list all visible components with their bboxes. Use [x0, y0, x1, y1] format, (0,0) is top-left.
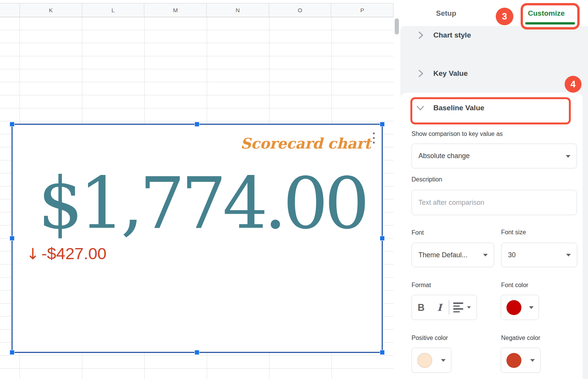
chart-resize-handle[interactable] — [10, 350, 15, 355]
chart-resize-handle[interactable] — [10, 122, 15, 127]
sheet-vertical-scrollbar[interactable] — [395, 18, 399, 34]
column-header-partial[interactable] — [0, 3, 20, 17]
chart-resize-handle[interactable] — [10, 236, 15, 241]
menu-dot — [373, 132, 375, 134]
section-label: Baseline Value — [433, 104, 484, 112]
format-label: Format — [412, 282, 431, 289]
italic-button[interactable]: I — [430, 295, 449, 320]
dropdown-arrow-icon — [529, 306, 534, 309]
positive-color-swatch — [417, 353, 432, 368]
positive-color-picker[interactable] — [412, 348, 451, 373]
section-label: Key Value — [433, 69, 468, 78]
dropdown-arrow-icon — [483, 254, 488, 256]
chart-title: Scorecard chart — [240, 135, 371, 152]
font-color-label: Font color — [501, 282, 528, 289]
font-color-swatch — [506, 300, 521, 315]
font-select[interactable]: Theme Defaul... — [412, 243, 494, 267]
chart-resize-handle[interactable] — [194, 122, 199, 127]
font-color-picker[interactable] — [501, 295, 539, 320]
section-chart-style[interactable]: Chart style — [400, 24, 583, 47]
menu-dot — [373, 137, 375, 139]
dropdown-arrow-icon — [566, 254, 571, 256]
description-label: Description — [412, 176, 442, 183]
column-header-O[interactable]: O — [269, 3, 332, 17]
font-size-label: Font size — [501, 229, 526, 236]
annotation-step-3: 3 — [496, 8, 513, 25]
format-toolbar: B I — [412, 295, 477, 320]
down-arrow-icon: ↓ — [26, 245, 39, 263]
chart-baseline-row: ↓ -$427.00 — [26, 244, 106, 263]
dropdown-arrow-icon — [467, 306, 471, 309]
column-header-L[interactable]: L — [82, 3, 145, 17]
column-header-row: K L M N O P — [0, 3, 394, 17]
section-label: Chart style — [433, 31, 471, 39]
dropdown-arrow-icon — [441, 359, 446, 362]
font-select-value: Theme Defaul... — [418, 251, 467, 259]
comparison-select-value: Absolute change — [418, 152, 470, 160]
chart-editor-panel: Setup Customize Chart style Key Value Ba… — [400, 0, 588, 379]
column-header-M[interactable]: M — [144, 3, 207, 17]
chevron-down-icon — [416, 103, 425, 113]
scorecard-chart[interactable]: Scorecard chart $1,774.00 ↓ -$427.00 — [11, 124, 383, 353]
column-header-N[interactable]: N — [207, 3, 269, 17]
chart-resize-handle[interactable] — [380, 122, 385, 127]
chevron-right-icon — [416, 69, 425, 78]
font-size-select[interactable]: 30 — [501, 243, 577, 267]
negative-color-picker[interactable] — [501, 348, 541, 373]
column-header-K[interactable]: K — [20, 3, 82, 17]
menu-dot — [373, 142, 375, 144]
column-header-P[interactable]: P — [331, 3, 394, 17]
chart-key-value: $1,774.00 — [38, 168, 366, 239]
tab-setup[interactable]: Setup — [436, 9, 456, 18]
negative-color-label: Negative color — [501, 335, 540, 341]
description-input[interactable] — [412, 190, 577, 215]
chart-resize-handle[interactable] — [380, 236, 385, 241]
align-left-icon — [453, 302, 463, 312]
chevron-right-icon — [416, 31, 425, 39]
positive-color-label: Positive color — [412, 335, 448, 341]
chart-resize-handle[interactable] — [380, 350, 385, 355]
font-size-select-value: 30 — [508, 251, 516, 259]
spreadsheet-area: K L M N O P Scorecard chart $1,774.00 ↓ … — [0, 0, 400, 379]
font-label: Font — [412, 229, 424, 236]
dropdown-arrow-icon — [566, 155, 570, 158]
comparison-select[interactable]: Absolute change — [412, 144, 577, 168]
section-key-value[interactable]: Key Value — [400, 62, 583, 85]
comparison-label: Show comparison to key value as — [412, 131, 503, 137]
chart-resize-handle[interactable] — [194, 350, 199, 355]
negative-color-swatch — [506, 353, 521, 368]
chart-more-options-button[interactable] — [370, 129, 377, 146]
google-sheets-chart-editor-screen: K L M N O P Scorecard chart $1,774.00 ↓ … — [0, 0, 588, 379]
chart-baseline-value: -$427.00 — [42, 244, 107, 263]
bold-button[interactable]: B — [412, 295, 430, 320]
section-baseline-value[interactable]: Baseline Value — [400, 97, 569, 119]
baseline-value-card: Baseline Value Show comparison to key va… — [400, 93, 583, 379]
dropdown-arrow-icon — [530, 359, 535, 362]
tab-customize[interactable]: Customize — [528, 9, 565, 18]
align-button[interactable] — [449, 295, 475, 320]
